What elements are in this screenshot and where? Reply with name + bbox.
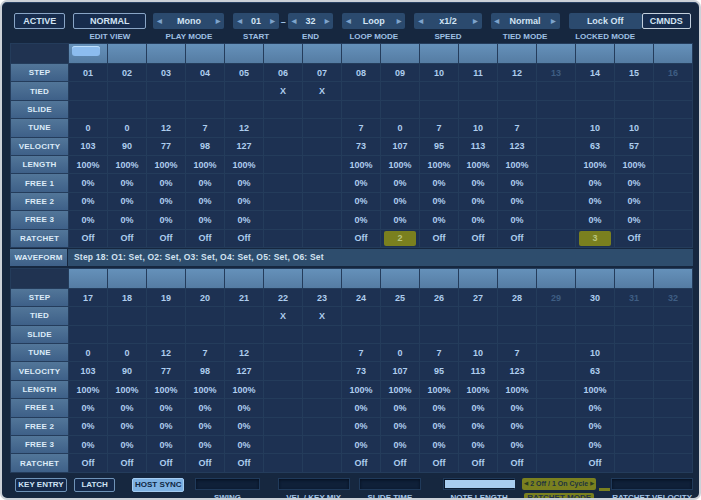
- cell-tune[interactable]: 0: [381, 344, 419, 361]
- cell-tune[interactable]: 7: [420, 119, 458, 136]
- cell-length[interactable]: 100%: [186, 156, 224, 173]
- cell-slide[interactable]: [108, 326, 146, 343]
- cell-tune[interactable]: 7: [342, 344, 380, 361]
- cell-length[interactable]: 100%: [69, 156, 107, 173]
- cell-slide[interactable]: [303, 101, 341, 118]
- cell-free2[interactable]: [303, 418, 341, 435]
- cell-length[interactable]: 100%: [342, 381, 380, 398]
- cell-velocity[interactable]: [264, 362, 302, 379]
- step-gate-slider[interactable]: [264, 44, 302, 63]
- step-gate-slider[interactable]: [69, 269, 107, 288]
- cell-free3[interactable]: 0%: [576, 436, 614, 453]
- cell-length[interactable]: 100%: [381, 156, 419, 173]
- cell-free1[interactable]: [264, 399, 302, 416]
- cell-length[interactable]: [654, 156, 692, 173]
- step-gate-slider[interactable]: [186, 44, 224, 63]
- cell-tied[interactable]: [381, 82, 419, 99]
- cell-ratchet[interactable]: Off: [498, 230, 536, 247]
- cell-free2[interactable]: [654, 193, 692, 210]
- cell-slide[interactable]: [615, 326, 653, 343]
- cell-free2[interactable]: [303, 193, 341, 210]
- cell-tune[interactable]: 0: [381, 119, 419, 136]
- cell-step[interactable]: 29: [537, 289, 575, 306]
- cell-tied[interactable]: [225, 307, 263, 324]
- cell-free2[interactable]: 0%: [225, 418, 263, 435]
- cell-velocity[interactable]: [654, 138, 692, 155]
- cell-free2[interactable]: 0%: [459, 418, 497, 435]
- cell-free2[interactable]: 0%: [576, 193, 614, 210]
- step-gate-slider[interactable]: [459, 44, 497, 63]
- cell-free3[interactable]: [537, 211, 575, 228]
- cell-ratchet[interactable]: [264, 454, 302, 471]
- cell-step[interactable]: 18: [108, 289, 146, 306]
- cell-free3[interactable]: 0%: [225, 211, 263, 228]
- cell-length[interactable]: 100%: [498, 381, 536, 398]
- cell-free1[interactable]: [537, 399, 575, 416]
- cell-free3[interactable]: 0%: [147, 436, 185, 453]
- cell-free2[interactable]: 0%: [147, 193, 185, 210]
- cell-ratchet[interactable]: Off: [69, 230, 107, 247]
- cell-length[interactable]: 100%: [381, 381, 419, 398]
- cell-free2[interactable]: [654, 418, 692, 435]
- cell-free3[interactable]: 0%: [459, 211, 497, 228]
- cell-ratchet[interactable]: Off: [225, 454, 263, 471]
- end-selector[interactable]: ◀ 32 ▶: [288, 13, 333, 29]
- cell-slide[interactable]: [381, 101, 419, 118]
- cell-tune[interactable]: [264, 344, 302, 361]
- cell-ratchet[interactable]: [615, 454, 653, 471]
- cell-velocity[interactable]: 77: [147, 138, 185, 155]
- cell-free2[interactable]: [264, 193, 302, 210]
- ratchet-velocity-slider[interactable]: [611, 478, 693, 490]
- cell-tied[interactable]: [498, 307, 536, 324]
- cell-slide[interactable]: [654, 326, 692, 343]
- step-gate-slider[interactable]: [381, 44, 419, 63]
- cell-free1[interactable]: [303, 174, 341, 191]
- cell-slide[interactable]: [459, 101, 497, 118]
- cell-velocity[interactable]: 77: [147, 362, 185, 379]
- cell-slide[interactable]: [225, 101, 263, 118]
- cell-free3[interactable]: 0%: [498, 436, 536, 453]
- cell-tied[interactable]: [576, 82, 614, 99]
- cell-length[interactable]: 100%: [342, 156, 380, 173]
- cell-free1[interactable]: [654, 399, 692, 416]
- cell-length[interactable]: 100%: [420, 156, 458, 173]
- cell-velocity[interactable]: [537, 362, 575, 379]
- cell-step[interactable]: 05: [225, 64, 263, 81]
- cell-free2[interactable]: 0%: [186, 193, 224, 210]
- cell-ratchet[interactable]: Off: [225, 230, 263, 247]
- cell-free1[interactable]: 0%: [381, 399, 419, 416]
- cell-length[interactable]: 100%: [69, 381, 107, 398]
- cell-free3[interactable]: 0%: [381, 211, 419, 228]
- cell-tune[interactable]: 0: [69, 119, 107, 136]
- cell-velocity[interactable]: 113: [459, 138, 497, 155]
- step-gate-slider[interactable]: [537, 44, 575, 63]
- cell-slide[interactable]: [537, 101, 575, 118]
- cell-step[interactable]: 15: [615, 64, 653, 81]
- tied-mode-selector[interactable]: ◀ Normal ▶: [491, 13, 560, 29]
- cell-velocity[interactable]: [654, 362, 692, 379]
- play-mode-selector[interactable]: ◀ Mono ▶: [153, 13, 224, 29]
- right-arrow-icon[interactable]: ▶: [590, 481, 594, 486]
- cell-slide[interactable]: [264, 326, 302, 343]
- cell-free1[interactable]: 0%: [459, 399, 497, 416]
- step-gate-slider[interactable]: [576, 269, 614, 288]
- cell-free3[interactable]: 0%: [459, 436, 497, 453]
- cell-tied[interactable]: X: [303, 307, 341, 324]
- step-gate-slider[interactable]: [108, 44, 146, 63]
- cell-tune[interactable]: [654, 119, 692, 136]
- cell-free3[interactable]: 0%: [108, 436, 146, 453]
- cell-length[interactable]: 100%: [576, 156, 614, 173]
- cell-tied[interactable]: [498, 82, 536, 99]
- step-gate-slider[interactable]: [498, 44, 536, 63]
- cell-ratchet[interactable]: Off: [615, 230, 653, 247]
- cell-free2[interactable]: 0%: [108, 193, 146, 210]
- cell-slide[interactable]: [420, 101, 458, 118]
- cell-free3[interactable]: 0%: [69, 436, 107, 453]
- loop-mode-selector[interactable]: ◀ Loop ▶: [342, 13, 405, 29]
- cell-free2[interactable]: 0%: [108, 418, 146, 435]
- cell-tune[interactable]: [303, 344, 341, 361]
- step-gate-slider[interactable]: [537, 269, 575, 288]
- step-gate-slider[interactable]: [225, 44, 263, 63]
- cell-slide[interactable]: [147, 101, 185, 118]
- cell-ratchet[interactable]: 3: [576, 230, 614, 247]
